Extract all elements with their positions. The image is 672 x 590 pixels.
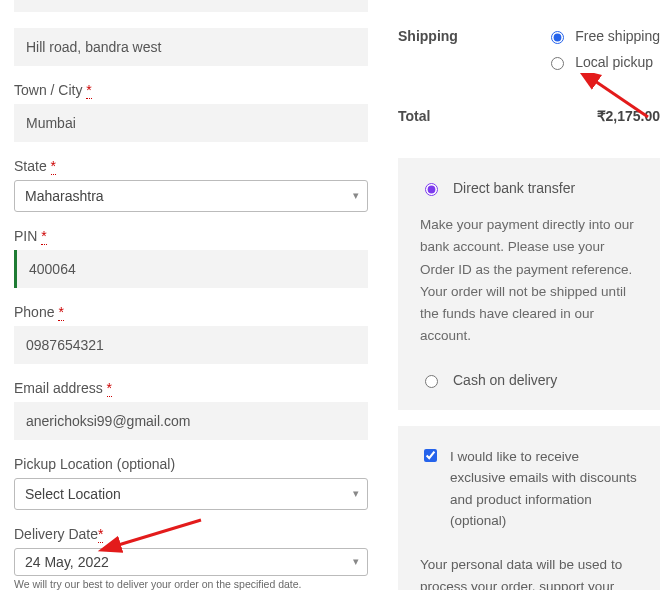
payment-panel: Direct bank transfer Make your payment d… <box>398 158 660 410</box>
payment-bank-desc: Make your payment directly into our bank… <box>420 214 638 348</box>
state-select[interactable]: Maharashtra <box>14 180 368 212</box>
shipping-label: Shipping <box>398 28 458 44</box>
payment-bank-radio[interactable] <box>425 183 438 196</box>
city-input[interactable] <box>14 104 368 142</box>
marketing-label: I would like to receive exclusive emails… <box>450 446 638 532</box>
privacy-text: Your personal data will be used to proce… <box>420 554 638 590</box>
email-input[interactable] <box>14 402 368 440</box>
payment-cod-radio[interactable] <box>425 375 438 388</box>
pickup-label: Pickup Location (optional) <box>14 456 368 472</box>
delivery-date-label: Delivery Date* <box>14 526 368 542</box>
address-line1-input[interactable] <box>14 0 368 12</box>
state-label: State * <box>14 158 368 174</box>
shipping-free-option[interactable]: Free shipping <box>546 28 660 44</box>
delivery-date-value: 24 May, 2022 <box>25 554 109 570</box>
delivery-date-help: We will try our best to deliver your ord… <box>14 578 368 590</box>
state-value: Maharashtra <box>25 188 104 204</box>
payment-cod-label: Cash on delivery <box>453 372 557 388</box>
address-line2-input[interactable] <box>14 28 368 66</box>
city-label: Town / City * <box>14 82 368 98</box>
payment-bank-label: Direct bank transfer <box>453 180 575 196</box>
shipping-free-radio[interactable] <box>551 31 564 44</box>
shipping-pickup-option[interactable]: Local pickup <box>546 54 660 70</box>
order-summary: Subtotal ₹2,175.00 Shipping Free shippin… <box>398 0 660 590</box>
consent-panel: I would like to receive exclusive emails… <box>398 426 660 590</box>
phone-input[interactable] <box>14 326 368 364</box>
shipping-pickup-label: Local pickup <box>575 54 653 70</box>
pickup-placeholder: Select Location <box>25 486 121 502</box>
total-value: ₹2,175.00 <box>597 108 661 124</box>
pickup-select[interactable]: Select Location <box>14 478 368 510</box>
pin-input[interactable] <box>14 250 368 288</box>
marketing-consent[interactable]: I would like to receive exclusive emails… <box>420 446 638 532</box>
shipping-free-label: Free shipping <box>575 28 660 44</box>
email-label: Email address * <box>14 380 368 396</box>
delivery-date-select[interactable]: 24 May, 2022 <box>14 548 368 576</box>
billing-form: Town / City * State * Maharashtra PIN * … <box>14 0 368 590</box>
shipping-pickup-radio[interactable] <box>551 57 564 70</box>
pin-label: PIN * <box>14 228 368 244</box>
phone-label: Phone * <box>14 304 368 320</box>
marketing-checkbox[interactable] <box>424 449 437 462</box>
total-label: Total <box>398 108 430 124</box>
